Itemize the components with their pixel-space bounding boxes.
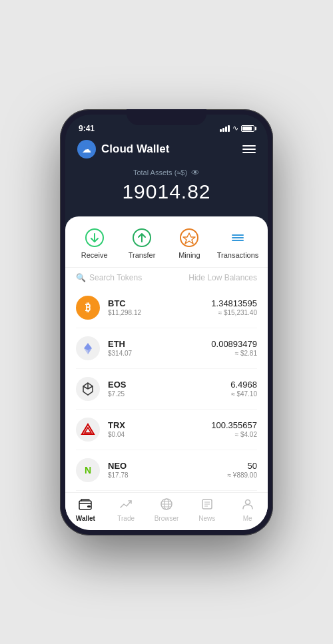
status-icons: ∿ [220, 124, 254, 133]
btc-amount: 1.34813595 [211, 298, 257, 308]
browser-nav-icon [161, 498, 172, 513]
me-nav-icon [242, 498, 254, 513]
neo-value: ≈ ¥889.00 [228, 472, 257, 479]
receive-button[interactable]: Receive [75, 227, 115, 259]
svg-rect-18 [87, 505, 91, 507]
svg-line-12 [83, 386, 88, 389]
search-placeholder: Search Tokens [89, 273, 142, 282]
news-nav-label: News [198, 515, 215, 522]
eth-value: ≈ $2.81 [211, 350, 257, 357]
transfer-icon [131, 227, 153, 248]
trx-price: $0.04 [108, 431, 125, 438]
eye-icon[interactable]: 👁 [191, 168, 200, 178]
svg-point-2 [180, 229, 198, 246]
signal-bars-icon [220, 125, 230, 132]
status-time: 9:41 [79, 124, 95, 133]
token-item-trx[interactable]: TRX $0.04 100.355657 ≈ $4.02 [76, 410, 257, 450]
eos-price: $7.25 [108, 390, 126, 398]
eos-icon [76, 377, 100, 401]
mining-icon [178, 227, 200, 248]
phone-screen: 9:41 ∿ ☁ Cloud Wallet [65, 115, 268, 530]
total-assets-value: 19014.82 [65, 180, 268, 203]
svg-point-28 [245, 499, 250, 504]
nav-trade[interactable]: Trade [109, 498, 143, 522]
white-card: Receive Transfer [65, 216, 268, 530]
neo-symbol: NEO [108, 461, 129, 471]
btc-symbol: BTC [108, 298, 141, 308]
svg-rect-5 [232, 240, 244, 241]
eth-icon [76, 336, 100, 360]
total-assets-label: Total Assets (≈$) 👁 [65, 168, 268, 178]
cloud-icon: ☁ [82, 144, 91, 155]
receive-icon [84, 227, 105, 248]
trade-nav-label: Trade [117, 515, 135, 522]
bottom-nav: Wallet Trade [65, 492, 268, 530]
btc-value: ≈ $15,231.40 [211, 309, 257, 316]
svg-rect-17 [79, 501, 91, 509]
mining-button[interactable]: Mining [169, 227, 209, 259]
total-assets-section: Total Assets (≈$) 👁 19014.82 [65, 165, 268, 216]
trx-amount: 100.355657 [211, 420, 257, 430]
app-title: Cloud Wallet [101, 143, 169, 156]
trx-symbol: TRX [108, 420, 125, 430]
trx-value: ≈ $4.02 [211, 431, 257, 438]
menu-line-2 [242, 149, 256, 150]
menu-line-3 [242, 152, 256, 153]
eos-amount: 6.4968 [230, 380, 257, 390]
trade-nav-icon [119, 498, 133, 513]
menu-line-1 [242, 145, 256, 147]
eos-symbol: EOS [108, 380, 126, 390]
token-item-neo[interactable]: N NEO $17.78 50 ≈ ¥889.00 [76, 450, 257, 491]
token-item-btc[interactable]: ₿ BTC $11,298.12 1.34813595 ≈ $15,231.40 [76, 288, 257, 328]
phone-frame: 9:41 ∿ ☁ Cloud Wallet [60, 109, 273, 535]
cloud-wallet-logo: ☁ [77, 140, 96, 159]
receive-label: Receive [81, 251, 108, 259]
news-nav-icon [201, 498, 213, 513]
app-header: ☁ Cloud Wallet [65, 136, 268, 165]
transactions-button[interactable]: Transactions [217, 227, 259, 259]
svg-rect-3 [232, 234, 244, 236]
eth-amount: 0.00893479 [211, 339, 257, 349]
token-item-eos[interactable]: EOS $7.25 6.4968 ≈ $47.10 [76, 369, 257, 410]
transactions-icon [227, 227, 248, 248]
wallet-nav-label: Wallet [76, 515, 95, 522]
nav-news[interactable]: News [190, 498, 224, 522]
neo-icon: N [76, 458, 100, 482]
transactions-label: Transactions [217, 251, 259, 259]
token-list: ₿ BTC $11,298.12 1.34813595 ≈ $15,231.40 [65, 288, 268, 492]
eth-price: $314.07 [108, 350, 132, 357]
nav-wallet[interactable]: Wallet [69, 498, 102, 522]
wifi-icon: ∿ [232, 124, 238, 133]
me-nav-label: Me [243, 515, 252, 522]
transfer-label: Transfer [129, 251, 156, 259]
btc-price: $11,298.12 [108, 309, 141, 316]
action-buttons: Receive Transfer [65, 216, 268, 268]
battery-icon [241, 125, 254, 132]
wallet-nav-icon [79, 498, 92, 513]
svg-text:₿: ₿ [85, 302, 91, 313]
eth-symbol: ETH [108, 339, 132, 349]
search-bar: 🔍 Search Tokens Hide Low Balances [65, 268, 268, 288]
hide-low-balances-button[interactable]: Hide Low Balances [188, 273, 257, 282]
svg-line-13 [88, 386, 93, 389]
neo-amount: 50 [228, 461, 257, 471]
svg-rect-4 [232, 237, 244, 238]
btc-icon: ₿ [76, 296, 100, 320]
header-left: ☁ Cloud Wallet [77, 140, 169, 159]
svg-text:N: N [85, 465, 91, 476]
transfer-button[interactable]: Transfer [122, 227, 162, 259]
token-item-eth[interactable]: ETH $314.07 0.00893479 ≈ $2.81 [76, 328, 257, 369]
menu-button[interactable] [242, 145, 256, 153]
mining-label: Mining [178, 251, 200, 259]
nav-browser[interactable]: Browser [150, 498, 183, 522]
trx-icon [76, 418, 100, 442]
nav-me[interactable]: Me [231, 498, 264, 522]
search-icon: 🔍 [76, 273, 86, 282]
notch [127, 109, 206, 125]
eos-value: ≈ $47.10 [230, 390, 257, 398]
search-input-wrap[interactable]: 🔍 Search Tokens [76, 273, 142, 282]
browser-nav-label: Browser [155, 515, 179, 522]
neo-price: $17.78 [108, 472, 129, 479]
